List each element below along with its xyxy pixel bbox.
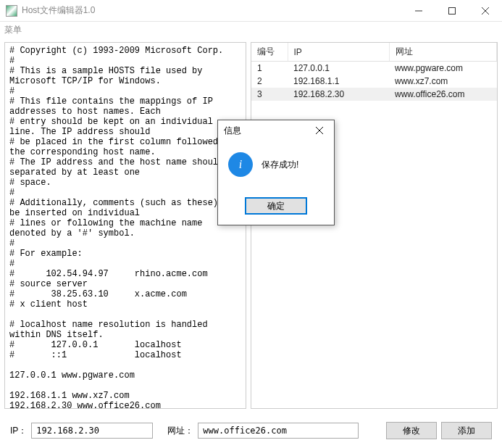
main-area: # Copyright (c) 1993-2009 Microsoft Corp…: [0, 38, 502, 413]
ip-input[interactable]: [31, 423, 153, 439]
bottom-bar: IP： 网址： 修改 添加: [0, 413, 502, 448]
cell-idx: 2: [251, 75, 288, 88]
svg-rect-1: [449, 7, 456, 14]
modify-button[interactable]: 修改: [386, 422, 437, 439]
dialog-body: i 保存成功!: [218, 141, 334, 191]
add-button[interactable]: 添加: [441, 422, 492, 439]
hosts-text-panel: # Copyright (c) 1993-2009 Microsoft Corp…: [4, 42, 246, 409]
cell-ip: 127.0.0.1: [288, 62, 389, 75]
cell-idx: 3: [251, 88, 288, 101]
col-header-idx[interactable]: 编号: [251, 43, 288, 62]
info-dialog: 信息 i 保存成功! 确定: [217, 120, 335, 225]
ip-label: IP：: [10, 425, 27, 437]
dialog-titlebar: 信息: [218, 120, 334, 141]
dialog-title-text: 信息: [224, 125, 311, 137]
cell-idx: 1: [251, 62, 288, 75]
dialog-buttons: 确定: [218, 191, 334, 225]
app-icon: [6, 5, 17, 17]
maximize-button[interactable]: [435, 0, 469, 21]
ok-button[interactable]: 确定: [245, 197, 307, 215]
table-row[interactable]: 3192.168.2.30www.office26.com: [251, 88, 497, 101]
cell-ip: 192.168.1.1: [288, 75, 389, 88]
minimize-button[interactable]: [402, 0, 435, 21]
menu-item[interactable]: 菜单: [4, 24, 22, 36]
menubar: 菜单: [0, 22, 502, 38]
cell-ip: 192.168.2.30: [288, 88, 389, 101]
table-row[interactable]: 1127.0.0.1www.pgware.com: [251, 62, 497, 75]
url-label: 网址：: [167, 425, 193, 437]
close-button[interactable]: [469, 0, 502, 21]
titlebar: Host文件编辑器1.0: [0, 0, 502, 22]
url-input[interactable]: [198, 423, 359, 439]
cell-url: www.office26.com: [389, 88, 497, 101]
cell-url: www.pgware.com: [389, 62, 497, 75]
cell-url: www.xz7.com: [389, 75, 497, 88]
hosts-table-panel: 编号 IP 网址 1127.0.0.1www.pgware.com2192.16…: [251, 42, 498, 409]
window-title: Host文件编辑器1.0: [22, 4, 402, 17]
info-icon: i: [228, 152, 253, 177]
table-row[interactable]: 2192.168.1.1www.xz7.com: [251, 75, 497, 88]
col-header-url[interactable]: 网址: [389, 43, 497, 62]
col-header-ip[interactable]: IP: [288, 43, 389, 62]
hosts-table[interactable]: 编号 IP 网址 1127.0.0.1www.pgware.com2192.16…: [251, 43, 497, 101]
hosts-text[interactable]: # Copyright (c) 1993-2009 Microsoft Corp…: [9, 46, 241, 409]
dialog-message: 保存成功!: [262, 159, 298, 171]
dialog-close-button[interactable]: [311, 122, 328, 139]
window-controls: [402, 0, 502, 21]
